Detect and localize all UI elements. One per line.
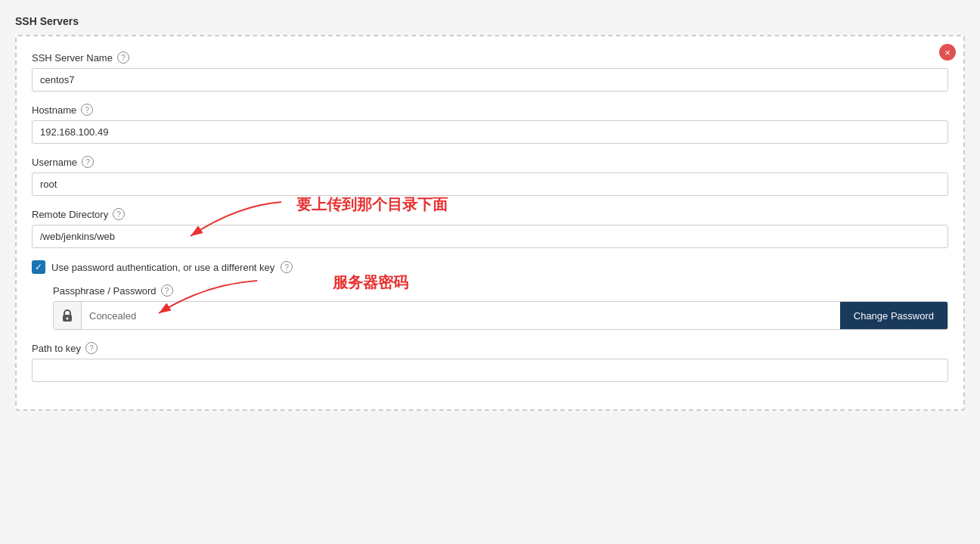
- username-label-text: Username: [32, 157, 77, 168]
- passphrase-field: Passphrase / Password ? 服务器密码: [53, 284, 948, 330]
- hostname-label: Hostname ?: [32, 104, 948, 116]
- remote-directory-help-icon[interactable]: ?: [113, 208, 125, 220]
- server-name-help-icon[interactable]: ?: [117, 51, 129, 64]
- passphrase-section: Passphrase / Password ? 服务器密码: [32, 284, 948, 330]
- path-to-key-help-icon[interactable]: ?: [85, 342, 98, 354]
- passphrase-label-text: Passphrase / Password: [53, 285, 157, 297]
- hostname-help-icon[interactable]: ?: [81, 104, 93, 116]
- password-concealed-text: Concealed: [82, 305, 840, 327]
- hostname-input[interactable]: [32, 120, 948, 144]
- server-name-field: SSH Server Name ?: [32, 51, 948, 92]
- ssh-server-panel: × SSH Server Name ? Hostname ? Username …: [15, 35, 965, 411]
- username-input[interactable]: [32, 173, 948, 196]
- passphrase-help-icon[interactable]: ?: [161, 284, 173, 297]
- checkbox-check-icon: ✓: [35, 262, 42, 272]
- username-field: Username ?: [32, 156, 948, 196]
- path-to-key-field: Path to key ?: [32, 342, 948, 382]
- server-name-label: SSH Server Name ?: [32, 51, 948, 64]
- remote-directory-label: Remote Directory ?: [32, 208, 948, 220]
- close-button[interactable]: ×: [939, 44, 956, 61]
- server-name-input[interactable]: [32, 68, 948, 92]
- use-password-checkbox[interactable]: ✓: [32, 260, 45, 274]
- use-password-row[interactable]: ✓ Use password authentication, or use a …: [32, 260, 948, 274]
- hostname-label-text: Hostname: [32, 104, 76, 116]
- remote-directory-label-text: Remote Directory: [32, 209, 108, 220]
- path-to-key-label: Path to key ?: [32, 342, 948, 354]
- hostname-field: Hostname ?: [32, 104, 948, 144]
- section-title: SSH Servers: [15, 15, 965, 27]
- server-name-label-text: SSH Server Name: [32, 52, 113, 64]
- passphrase-label: Passphrase / Password ?: [53, 284, 948, 297]
- remote-directory-field: Remote Directory ? 要上传到那个目录下面: [32, 208, 948, 248]
- use-password-label-text: Use password authentication, or use a di…: [51, 262, 274, 273]
- password-row: Concealed Change Password: [53, 301, 948, 330]
- path-to-key-label-text: Path to key: [32, 343, 81, 354]
- remote-directory-input[interactable]: [32, 225, 948, 248]
- use-password-help-icon[interactable]: ?: [281, 261, 293, 273]
- path-to-key-input[interactable]: [32, 359, 948, 382]
- username-label: Username ?: [32, 156, 948, 168]
- svg-point-3: [67, 318, 69, 320]
- change-password-button[interactable]: Change Password: [840, 302, 947, 329]
- username-help-icon[interactable]: ?: [82, 156, 94, 168]
- lock-icon: [54, 302, 82, 329]
